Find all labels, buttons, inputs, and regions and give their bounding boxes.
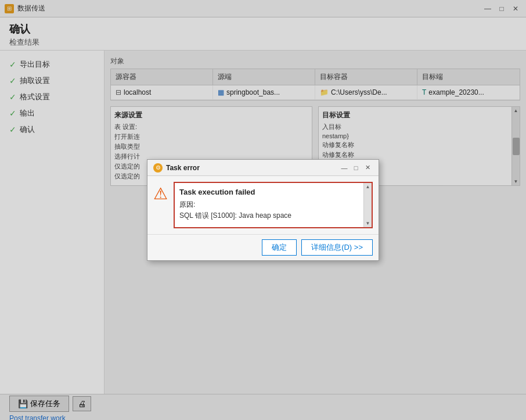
task-error-modal: ⚙ Task error — □ ✕ ⚠ Task execution fail…: [147, 159, 379, 261]
modal-footer: 确定 详细信息(D) >>: [147, 234, 379, 260]
modal-title-bar: ⚙ Task error — □ ✕: [147, 160, 379, 176]
modal-maximize-button[interactable]: □: [351, 163, 361, 173]
modal-scroll-down[interactable]: ▼: [366, 221, 370, 226]
modal-body: ⚠ Task execution failed 原因: SQL 错误 [S100…: [147, 176, 379, 234]
modal-error-title: Task execution failed: [179, 188, 361, 196]
modal-error-content: Task execution failed 原因: SQL 错误 [S1000]…: [174, 182, 373, 228]
modal-confirm-button[interactable]: 确定: [262, 239, 297, 256]
modal-close-button[interactable]: ✕: [362, 163, 373, 173]
warning-icon: ⚠: [153, 184, 168, 203]
modal-scroll-up[interactable]: ▲: [366, 184, 370, 189]
modal-detail-button[interactable]: 详细信息(D) >>: [301, 239, 373, 256]
modal-overlay: ⚙ Task error — □ ✕ ⚠ Task execution fail…: [0, 0, 526, 420]
modal-reason-label: 原因:: [179, 200, 361, 210]
modal-minimize-button[interactable]: —: [339, 163, 350, 173]
modal-icon: ⚙: [153, 163, 163, 173]
modal-error-text: SQL 错误 [S1000]: Java heap space: [179, 211, 361, 221]
modal-title: Task error: [166, 164, 200, 172]
